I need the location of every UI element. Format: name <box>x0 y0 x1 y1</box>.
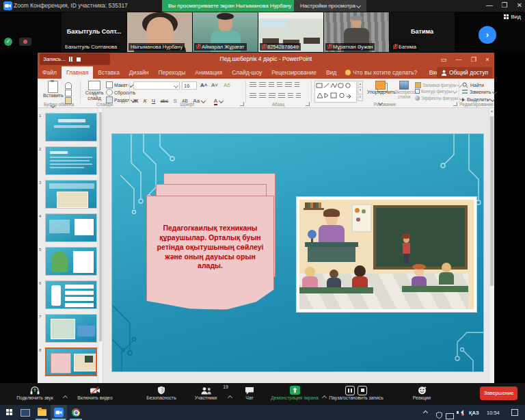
tray-display-icon[interactable] <box>446 410 454 420</box>
shapes-scroll[interactable]: ▴ ▾ ≡ <box>358 81 363 101</box>
ppt-close-button[interactable]: × <box>482 56 493 63</box>
columns-button[interactable] <box>288 93 293 99</box>
copy-button[interactable] <box>65 90 72 96</box>
smartart-button[interactable] <box>296 93 301 99</box>
increase-indent-button[interactable] <box>277 82 282 88</box>
collapse-ribbon-button[interactable] <box>488 93 492 105</box>
participants-options-caret[interactable] <box>228 390 232 402</box>
end-meeting-button[interactable]: Завершение <box>480 386 517 400</box>
join-audio-button[interactable]: Подключить звук <box>5 385 64 400</box>
encryption-shield-icon[interactable]: ✓ <box>4 38 12 46</box>
participant-tile-4[interactable]: 82542878649 <box>258 12 323 52</box>
ribbon-display-options-button[interactable]: ▭ <box>438 56 449 63</box>
drawing-dialog-launcher[interactable] <box>453 102 457 106</box>
tab-transitions[interactable]: Переходы <box>153 66 190 79</box>
participants-button[interactable]: 19 Участники <box>186 385 226 400</box>
justify-button[interactable] <box>278 93 285 99</box>
tab-design[interactable]: Дизайн <box>124 66 154 79</box>
thumbnail-scrollbar[interactable] <box>98 108 103 383</box>
canvas-scrollbar[interactable]: ▲ <box>489 108 494 383</box>
tab-animations[interactable]: Анимация <box>190 66 227 79</box>
slide-thumbnail-4[interactable] <box>45 213 97 242</box>
slide-thumbnail-7[interactable] <box>45 314 97 343</box>
reset-button[interactable]: Сбросить <box>106 89 135 96</box>
shrink-font-button[interactable]: А˅ <box>211 82 218 88</box>
tray-defender-icon[interactable] <box>436 409 442 420</box>
pause-record-button[interactable] <box>345 386 355 395</box>
shape-fill-button[interactable]: Заливка фигуры <box>415 82 461 88</box>
student-5-head <box>442 263 451 272</box>
text-direction-button[interactable] <box>295 82 299 88</box>
security-button[interactable]: Безопасность <box>139 385 183 400</box>
stop-record-button[interactable] <box>358 386 367 395</box>
grow-font-button[interactable]: А˄ <box>200 82 207 88</box>
start-button[interactable] <box>6 409 12 415</box>
line-spacing-button[interactable] <box>285 82 292 88</box>
clear-formatting-button[interactable]: Аб <box>224 82 230 88</box>
tab-file[interactable]: Файл <box>38 66 62 79</box>
minimize-button[interactable]: — <box>484 1 495 9</box>
bullets-button[interactable] <box>250 82 256 88</box>
participant-tile-1[interactable]: Бахытгуль Солт... Бахытгуль Солтанова <box>62 12 126 52</box>
participant-tile-3[interactable]: Аймарал Жұрағат <box>193 12 258 52</box>
participant-tile-6[interactable]: Батима Батима <box>390 12 455 52</box>
next-participants-button[interactable]: › <box>479 26 496 44</box>
participant-tile-2[interactable]: Ныгыманова Нурбану <box>127 12 192 52</box>
current-slide[interactable]: Педагогкаилық техниканы құраушылар. Орта… <box>111 133 484 372</box>
start-video-button[interactable]: Включить видео <box>68 385 122 400</box>
view-settings-button[interactable]: Настройки просмотра <box>294 0 366 12</box>
slide-thumbnail-3[interactable] <box>45 180 97 209</box>
numbering-button[interactable] <box>259 82 266 88</box>
view-button[interactable]: Вид <box>504 14 521 20</box>
action-center-button[interactable] <box>511 409 518 416</box>
reactions-button[interactable]: Реакции <box>405 385 439 400</box>
slide-thumbnail-8[interactable] <box>45 347 97 376</box>
tell-me-box[interactable]: Что вы хотите сделать? <box>341 66 417 79</box>
share-button[interactable]: Общий доступ <box>437 67 492 78</box>
share-options-caret[interactable] <box>323 390 326 402</box>
taskbar-file-explorer[interactable] <box>34 405 49 420</box>
tab-review[interactable]: Рецензирование <box>267 66 321 79</box>
font-size-input[interactable]: 16 <box>182 81 197 90</box>
align-center-button[interactable] <box>259 93 266 99</box>
decrease-indent-button[interactable] <box>269 82 274 88</box>
tab-view[interactable]: Вид <box>321 66 341 79</box>
taskbar-chrome[interactable] <box>68 405 83 420</box>
taskbar-zoom-app[interactable] <box>51 405 67 420</box>
layout-button[interactable]: Макет <box>106 81 133 88</box>
slide-thumbnail-1[interactable] <box>45 113 97 142</box>
align-right-button[interactable] <box>269 93 275 99</box>
shape-effects-button[interactable]: Эффекты фигуры <box>415 96 463 101</box>
ppt-minimize-button[interactable]: — <box>453 56 464 63</box>
audio-options-caret[interactable] <box>64 390 67 402</box>
quick-styles-button[interactable]: Экспресс-стили <box>394 81 414 100</box>
shapes-gallery[interactable] <box>314 81 357 103</box>
chat-button[interactable]: Чат <box>235 385 264 400</box>
tab-home[interactable]: Главная <box>62 66 93 79</box>
ppt-restore-button[interactable]: ❐ <box>468 56 479 63</box>
stop-recording-icon[interactable] <box>77 57 81 62</box>
close-button[interactable]: ✕ <box>514 1 525 9</box>
tray-volume-icon[interactable] <box>457 409 463 415</box>
tab-insert[interactable]: Вставка <box>93 66 124 79</box>
share-screen-button[interactable]: Демонстрация экрана <box>268 385 321 400</box>
shape-outline-button[interactable]: Контур фигуры <box>415 89 457 94</box>
clock[interactable]: 10:54 <box>487 410 500 416</box>
maximize-button[interactable]: ❐ <box>499 1 510 9</box>
font-dialog-launcher[interactable] <box>240 102 244 106</box>
tray-show-hidden[interactable] <box>424 410 427 416</box>
slide-thumbnail-5[interactable] <box>45 247 97 276</box>
slide-thumbnail-2[interactable] <box>45 146 97 175</box>
language-indicator[interactable]: ҚАЗ <box>469 410 479 416</box>
participant-tile-5[interactable]: Мұратхан Әужан <box>324 12 389 52</box>
cut-button[interactable] <box>65 82 72 89</box>
find-button[interactable]: Найти <box>462 82 484 88</box>
pause-recording-icon[interactable] <box>69 57 73 62</box>
slide-thumbnail-6[interactable] <box>45 280 97 309</box>
paragraph-dialog-launcher[interactable] <box>306 102 310 106</box>
tab-slideshow[interactable]: Слайд-шоу <box>227 66 267 79</box>
record-controls[interactable]: Пауза/остановить запись <box>328 385 384 400</box>
taskbar-task-view[interactable] <box>18 405 33 420</box>
align-left-button[interactable] <box>250 93 256 99</box>
font-name-input[interactable] <box>133 81 180 90</box>
